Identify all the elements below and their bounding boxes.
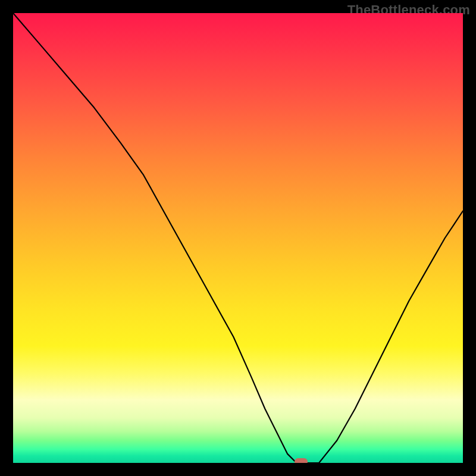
chart-frame: TheBottleneck.com: [0, 0, 476, 476]
plot-area: [13, 13, 463, 463]
optimum-marker: [295, 458, 308, 463]
bottleneck-curve: [13, 13, 463, 463]
